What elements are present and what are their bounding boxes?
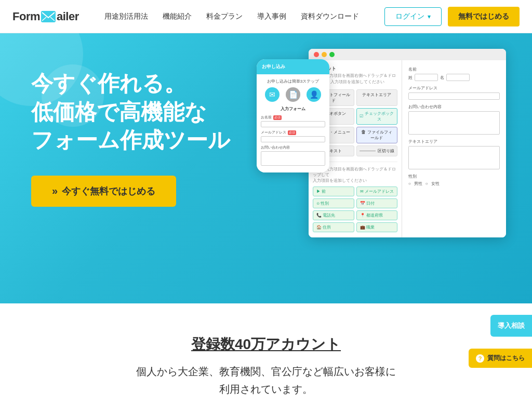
preview-female-label: 女性 <box>431 181 440 187</box>
free-start-button[interactable]: 無料ではじめる <box>448 7 520 26</box>
preview-textarea-input <box>408 146 500 169</box>
phone-field-email-required: 必須 <box>288 130 296 135</box>
social-proof-desc-line1: 個人から大企業、教育機関、官公庁など幅広いお客様に <box>136 366 396 377</box>
hero-content: 今すぐ作れる。 低価格で高機能な フォーム作成ツール 今すぐ無料ではじめる <box>31 59 249 207</box>
social-proof-desc: 個人から大企業、教育機関、官公庁など幅広いお客様に 利用されています。 <box>21 363 511 398</box>
phone-field-name-input <box>261 121 325 127</box>
nav-usage[interactable]: 用途別活用法 <box>104 12 148 20</box>
builder-sub-grid: ▶ 前 ✉ メールアドレス ⊙ 性別 📅 日付 📞 電話先 📍 都道府県 🏠 住… <box>313 187 397 232</box>
phone-field-inquiry-textarea <box>261 151 325 166</box>
preview-textarea-label: テキストエリア <box>408 139 500 144</box>
nav-features[interactable]: 機能紹介 <box>163 12 192 20</box>
social-proof-count: 登録数40万アカウント <box>191 335 341 354</box>
preview-gender-radio: ○ 男性 ○ 女性 <box>408 181 500 187</box>
builder-preview-panel: 名前 姓 名 メールアドレス お問い合わせ内容 <box>402 60 506 237</box>
phone-header: お申し込み <box>257 59 329 74</box>
phone-mockup: お申し込み お申し込みは簡単3ステップ ✉ 📄 👤 入力フォーム お名前 必須 <box>257 59 329 172</box>
phone-field-email-input <box>261 136 325 142</box>
sub-el-address[interactable]: 🏠 住所 <box>313 222 354 232</box>
phone-icon-mail: ✉ <box>265 87 280 102</box>
header-actions: ログイン 無料ではじめる <box>384 7 520 26</box>
phone-intro: お申し込みは簡単3ステップ <box>261 78 325 84</box>
sub-el-date[interactable]: 📅 日付 <box>356 198 398 208</box>
phone-field-name-required: 必須 <box>273 115 282 120</box>
sub-el-gender[interactable]: ⊙ 性別 <box>313 198 354 208</box>
preview-inquiry-textarea <box>408 111 500 135</box>
sub-el-email[interactable]: ✉ メールアドレス <box>356 187 398 196</box>
phone-field-name: お名前 必須 <box>261 115 325 127</box>
preview-name-label: 名前 <box>408 66 500 72</box>
phone-field-inquiry-label: お問い合わせ内容 <box>261 145 325 150</box>
preview-name-last-input <box>415 74 438 81</box>
preview-name-last-label: 姓 <box>408 75 413 81</box>
sub-el-occupation[interactable]: 💼 職業 <box>356 222 398 232</box>
builder-el-separator[interactable]: 区切り線 <box>356 145 398 156</box>
preview-textarea-section: テキストエリア <box>408 139 500 169</box>
phone-field-inquiry: お問い合わせ内容 <box>261 145 325 166</box>
logo-envelope-icon <box>41 11 56 22</box>
sub-el-name[interactable]: ▶ 前 <box>313 187 354 196</box>
nav-cases[interactable]: 導入事例 <box>257 12 286 20</box>
tbar-dot-red <box>314 52 319 57</box>
preview-inquiry-section: お問い合わせ内容 <box>408 104 500 135</box>
svg-rect-0 <box>41 11 56 22</box>
tbar-dot-green <box>329 52 335 57</box>
sub-el-prefecture[interactable]: 📍 都道府県 <box>356 210 398 220</box>
phone-form-label: 入力フォーム <box>261 106 325 112</box>
float-help-label: 質問はこちら <box>487 354 525 363</box>
social-proof-section: 登録数40万アカウント 個人から大企業、教育機関、官公庁など幅広いお客様に 利用… <box>0 303 532 399</box>
phone-icon-doc: 📄 <box>286 87 300 102</box>
float-help-icon: ? <box>476 354 484 363</box>
builder-el-checkbox[interactable]: ☑チェックボックス <box>356 108 398 125</box>
hero-section: 今すぐ作れる。 低価格で高機能な フォーム作成ツール 今すぐ無料ではじめる お申… <box>0 33 532 303</box>
preview-gender-label: 性別 <box>408 174 500 179</box>
phone-field-name-label: お名前 <box>261 115 272 120</box>
phone-icons-row: ✉ 📄 👤 <box>261 87 325 102</box>
phone-field-email-label: メールアドレス <box>261 130 286 135</box>
preview-name-section: 名前 姓 名 <box>408 66 500 81</box>
preview-email-input <box>408 92 500 100</box>
main-nav: 用途別活用法 機能紹介 料金プラン 導入事例 資料ダウンロード <box>104 11 359 21</box>
nav-download[interactable]: 資料ダウンロード <box>301 12 359 20</box>
sub-el-phone[interactable]: 📞 電話先 <box>313 210 354 220</box>
main-header: Form ailer 用途別活用法 機能紹介 料金プラン 導入事例 資料ダウンロ… <box>0 0 532 33</box>
hero-title-line2: 低価格で高機能な <box>31 100 207 124</box>
preview-name-first-input <box>446 74 470 81</box>
float-help-button[interactable]: ? 質問はこちら <box>469 349 532 368</box>
builder-el-textarea[interactable]: テキストエリア <box>356 89 398 106</box>
hero-title-line1: 今すぐ作れる。 <box>31 71 186 96</box>
phone-icon-person: 👤 <box>307 87 321 102</box>
logo-text-after: ailer <box>57 10 79 23</box>
preview-email-section: メールアドレス <box>408 85 500 100</box>
preview-gender-section: 性別 ○ 男性 ○ 女性 <box>408 174 500 187</box>
preview-email-label: メールアドレス <box>408 85 500 91</box>
builder-titlebar <box>309 49 506 60</box>
hero-title: 今すぐ作れる。 低価格で高機能な フォーム作成ツール <box>31 70 249 155</box>
builder-sub-elements: 以下の入力項目を画面右側へドラッグ＆ドロップして入力項目を追加してください ▶ … <box>313 162 397 232</box>
social-proof-desc-line2: 利用されています。 <box>219 383 313 395</box>
tbar-dot-yellow <box>322 52 327 57</box>
login-button[interactable]: ログイン <box>384 7 442 26</box>
builder-el-filefield[interactable]: 🗑ファイルフィールド <box>356 127 398 143</box>
builder-mockup: 基本セット 以下の入力項目を画面右側へドラッグ＆ドロップして 入力項目を追加して… <box>309 49 506 237</box>
hero-cta-button[interactable]: 今すぐ無料ではじめる <box>31 176 176 207</box>
builder-body: 基本セット 以下の入力項目を画面右側へドラッグ＆ドロップして 入力項目を追加して… <box>309 60 506 237</box>
logo[interactable]: Form ailer <box>12 10 79 23</box>
preview-male-label: 男性 <box>414 181 422 187</box>
logo-text-before: Form <box>12 10 40 23</box>
phone-field-email: メールアドレス 必須 <box>261 130 325 142</box>
nav-pricing[interactable]: 料金プラン <box>206 12 243 20</box>
hero-title-line3: フォーム作成ツール <box>31 128 230 152</box>
float-contact-button[interactable]: 導入相談 <box>490 315 532 337</box>
hero-visual: お申し込み お申し込みは簡単3ステップ ✉ 📄 👤 入力フォーム お名前 必須 <box>241 44 532 298</box>
preview-name-first-label: 名 <box>440 75 444 81</box>
preview-inquiry-label: お問い合わせ内容 <box>408 104 500 110</box>
